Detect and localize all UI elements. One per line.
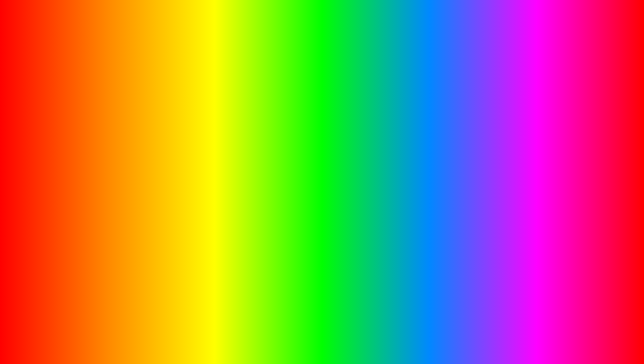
checkbox-auto-boost-coins[interactable]: Auto Boost Triple Coins (159, 186, 240, 191)
checkbox-auto-leave[interactable]: Auto Leave if Mod Join (159, 196, 240, 202)
bg-building-center-left (73, 23, 113, 89)
nav2-misc[interactable]: • Miscellaneous • (77, 149, 111, 155)
super-lag-reduction[interactable]: Super Lag Reduction (198, 224, 238, 230)
pet-card-title: YEET A PET! 🔥 (532, 174, 604, 182)
stat-users: 👤 93.5K (556, 184, 578, 190)
sever-boost-damage[interactable]: Sever Boost Triple Damage (159, 172, 240, 177)
nav2-home[interactable]: • Home • (77, 141, 97, 147)
nav1-farming[interactable]: • Main Farming • (63, 100, 95, 106)
window2-left-col: ||– Event Yeet –|| Auto Unlock Yet Area … (78, 158, 158, 212)
svg-rect-42 (597, 133, 604, 139)
nav1-other[interactable]: • Other • (153, 100, 172, 106)
svg-rect-3 (247, 291, 253, 311)
window2-icon: ⚙ (78, 133, 82, 138)
svg-rect-9 (258, 295, 263, 311)
pet-cat-svg: ✦ ✦ (533, 103, 569, 139)
checkbox-stats-tracker[interactable]: Stats Tracker (159, 202, 240, 207)
window2-event-section: ||– Event Yeet –|| (78, 158, 158, 165)
svg-rect-35 (575, 125, 581, 135)
svg-rect-37 (582, 139, 587, 147)
window2-right-col: ||– Config Farming –|| Sever Boost Tripl… (159, 158, 240, 212)
svg-text:✦: ✦ (534, 111, 537, 115)
svg-point-25 (548, 115, 549, 117)
window2-close[interactable]: 🎮 (233, 132, 239, 138)
sever-boost-coins[interactable]: Sever Boost Triple Coins (159, 167, 240, 172)
svg-point-31 (555, 118, 559, 120)
checkbox-upgrade-luck[interactable]: Upgrade Yeet Egg Luck (78, 177, 158, 183)
window2-titlebar: ⚙ Mobile - Pet Simulator X 🎮 (75, 131, 242, 140)
pet-fire-emoji: 🔥 (578, 174, 587, 182)
pet-astronaut-svg (573, 104, 605, 148)
svg-point-7 (262, 278, 277, 295)
checkbox-hide-coins[interactable]: Hide Coins (159, 207, 240, 212)
select-area[interactable]: ≡ Select Area (79, 224, 105, 230)
svg-rect-2 (226, 291, 232, 311)
svg-rect-10 (276, 295, 282, 311)
checkbox-upgrade-power[interactable]: Upgrade Yeet Orb Power (78, 193, 158, 199)
window2-two-col: ||– Event Yeet –|| Auto Unlock Yet Area … (78, 158, 239, 212)
checkbox-upgrade-reach[interactable]: Upgrade Yeet Orb Reach (78, 188, 158, 193)
nav2-other[interactable]: • Other • (189, 141, 208, 147)
num-300k: 300k (55, 349, 67, 355)
svg-point-0 (231, 272, 248, 291)
window2-bottom-divider (78, 214, 239, 214)
num-700k: 700k (472, 349, 485, 355)
nav1-misc[interactable]: • Miscellaneous • (173, 100, 207, 106)
svg-point-40 (585, 129, 588, 131)
svg-point-16 (542, 107, 560, 126)
num-500k: 500k (264, 349, 276, 355)
nav2-eggs[interactable]: • Main Eggs • (132, 141, 159, 147)
window1-titlebar: ⚙ Mobile - Pet Simulator X ⬛ (40, 89, 220, 98)
window2-content: ||– Event Yeet –|| Auto Unlock Yet Area … (75, 156, 242, 232)
window1-nav: • Home • • Main Farming • • Main Eggs • … (40, 98, 220, 107)
svg-point-33 (582, 109, 596, 123)
num-600k: 600k (368, 349, 380, 355)
stat-like: 👍 91% (532, 184, 550, 190)
loot-indicator: Lo (502, 160, 511, 166)
svg-point-14 (213, 328, 266, 335)
pet-card-bottom: YEET A PET! 🔥 👍 91% 👤 93.5K (528, 171, 608, 193)
distance-indicator: 🔥 180m (246, 160, 274, 169)
nav2-farming[interactable]: • Main Farming • (98, 141, 131, 147)
window2-title: Mobile - Pet Simulator X (82, 133, 233, 138)
checkbox-upgrade-crit[interactable]: Upgrade Yeet Crit Chance (78, 183, 158, 188)
script-window-2: ⚙ Mobile - Pet Simulator X 🎮 • Home • • … (74, 130, 243, 233)
num-400k: 400k (160, 349, 172, 355)
svg-rect-12 (271, 316, 276, 333)
bottom-bar: 300k 400k 500k 600k 700k 800k (3, 343, 641, 361)
checkbox-auto-collect[interactable]: Auto Collect Orb Yet (78, 199, 158, 204)
num-800k: 800k (577, 349, 589, 355)
checkbox-auto-unlock[interactable]: Auto Unlock Yet Area (78, 167, 158, 172)
you-label: You (52, 288, 67, 296)
egg-item-golden-wild[interactable]: • Golden Wild Egg (42, 123, 217, 128)
svg-point-30 (543, 118, 547, 120)
window1-section-eggs: ||– Yeet Eggs –|| (42, 109, 217, 116)
nav1-pets[interactable]: • Main Pets • (125, 100, 151, 106)
checkbox-auto-boost-damage[interactable]: Auto Boost Triple Damage (159, 180, 240, 186)
window1-icon: ⚙ (42, 91, 47, 96)
nav1-eggs[interactable]: • Main Eggs • (96, 100, 124, 106)
checkbox-upgrade-price[interactable]: Upgrade Yeet Egg Price (78, 172, 158, 177)
nav1-home[interactable]: • Home • (42, 100, 61, 106)
egg-item-golden-jetpack[interactable]: ≡ Yeet Eggs - Golden Jetpack Egg (42, 118, 217, 123)
pet-card-image: ✦ ✦ (528, 98, 608, 171)
game-yeet-header: Yeet a Pe... (243, 24, 281, 33)
window1-close[interactable]: ⬛ (210, 90, 217, 97)
svg-rect-1 (231, 290, 248, 316)
window1-title: Mobile - Pet Simulator X (47, 91, 210, 96)
title-pet: PET (358, 10, 462, 70)
nav2-pets[interactable]: • Main Pets • (161, 141, 187, 147)
bottom-bar-numbers: 300k 400k 500k 600k 700k 800k (9, 349, 635, 355)
title-a: A (316, 10, 355, 70)
svg-rect-38 (591, 139, 596, 147)
checkbox-collect-lootbag[interactable]: Collect Lootbag (159, 191, 240, 196)
hoverboard (210, 325, 270, 335)
pet-card: ✦ ✦ (526, 96, 610, 194)
svg-text:✦: ✦ (559, 107, 563, 112)
title-yeet: YEET (182, 10, 315, 70)
svg-point-26 (555, 115, 556, 117)
svg-rect-8 (262, 294, 277, 317)
pet-card-stats: 👍 91% 👤 93.5K (532, 184, 604, 190)
right-divider (159, 179, 240, 179)
window2-config-section: ||– Config Farming –|| (159, 158, 240, 165)
